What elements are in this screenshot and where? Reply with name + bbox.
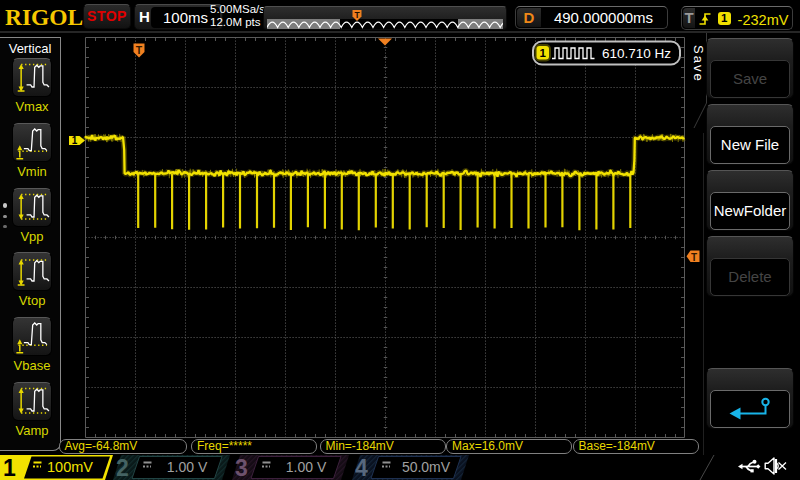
svg-text:1: 1 xyxy=(72,135,78,146)
svg-text:50.0mV: 50.0mV xyxy=(402,459,451,475)
svg-text:1.00 V: 1.00 V xyxy=(167,459,208,475)
svg-text:2: 2 xyxy=(116,455,129,480)
svg-text:T: T xyxy=(136,44,143,56)
svg-text:610.710 Hz: 610.710 Hz xyxy=(602,46,671,61)
svg-text:1: 1 xyxy=(3,455,16,480)
svg-text:T: T xyxy=(354,10,360,20)
svg-text:1.00 V: 1.00 V xyxy=(286,459,327,475)
svg-text:100mV: 100mV xyxy=(47,459,93,475)
svg-text:3: 3 xyxy=(235,455,248,480)
svg-text:1: 1 xyxy=(540,47,547,59)
svg-text:4: 4 xyxy=(355,455,368,480)
